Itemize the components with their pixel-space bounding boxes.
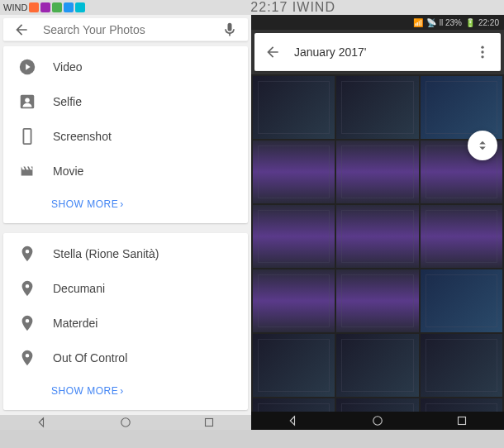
- place-label: Stella (Rione Sanità): [53, 247, 159, 260]
- svg-point-8: [481, 55, 483, 58]
- nav-bar-left: [0, 415, 251, 430]
- svg-rect-3: [23, 129, 31, 144]
- category-screenshot[interactable]: Screenshot: [3, 119, 248, 154]
- nav-bar-right: [251, 412, 504, 430]
- svg-point-6: [481, 45, 483, 48]
- photo-thumb[interactable]: [253, 269, 335, 332]
- carrier-label: WIND: [3, 2, 27, 12]
- category-movie[interactable]: Movie: [3, 154, 248, 188]
- mic-icon[interactable]: [221, 21, 238, 38]
- status-bar-right: 📶 📡 ll 23% 🔋 22:20: [251, 15, 504, 30]
- photo-thumb[interactable]: [253, 141, 335, 203]
- photo-thumb[interactable]: [253, 76, 335, 139]
- pin-icon: [18, 245, 36, 263]
- right-pane: 📶 📡 ll 23% 🔋 22:20: [251, 15, 504, 430]
- nav-recent-icon[interactable]: [202, 415, 216, 430]
- search-input[interactable]: [43, 23, 208, 36]
- photo-thumb[interactable]: [336, 398, 418, 412]
- photo-thumb[interactable]: [253, 334, 335, 397]
- person-icon: [18, 93, 36, 111]
- battery-icon: 🔋: [465, 18, 475, 27]
- show-more-categories[interactable]: SHOW MORE: [3, 188, 248, 220]
- search-bar[interactable]: [3, 18, 248, 41]
- back-icon[interactable]: [13, 21, 30, 38]
- category-label: Screenshot: [53, 130, 112, 143]
- places-card: Stella (Rione Sanità) Decumani Materdei …: [3, 233, 248, 410]
- category-selfie[interactable]: Selfie: [3, 84, 248, 119]
- nav-home-icon[interactable]: [370, 413, 385, 428]
- pin-icon: [18, 314, 36, 332]
- nav-home-icon[interactable]: [118, 415, 133, 430]
- back-icon[interactable]: [264, 44, 281, 60]
- photo-thumb[interactable]: [336, 141, 418, 203]
- photo-thumb[interactable]: [336, 205, 418, 268]
- notif-icon-4: [64, 2, 74, 12]
- photo-thumb[interactable]: [421, 398, 502, 412]
- photo-thumb[interactable]: [336, 269, 418, 332]
- svg-point-9: [373, 417, 383, 426]
- scroll-fab[interactable]: [468, 131, 497, 160]
- svg-rect-10: [459, 417, 466, 425]
- phone-icon: [18, 127, 36, 145]
- category-label: Selfie: [53, 95, 82, 108]
- photo-thumb[interactable]: [421, 334, 502, 397]
- nav-back-icon[interactable]: [35, 415, 50, 430]
- category-label: Video: [53, 60, 83, 74]
- category-label: Movie: [53, 164, 83, 178]
- nav-back-icon[interactable]: [286, 413, 301, 428]
- photo-thumb[interactable]: [336, 76, 418, 139]
- photo-thumb[interactable]: [421, 269, 502, 332]
- notif-icon-2: [40, 2, 50, 12]
- left-pane: Video Selfie Screenshot Movie SHOW MORE …: [0, 15, 251, 430]
- show-more-places[interactable]: SHOW MORE: [3, 375, 248, 407]
- nav-recent-icon[interactable]: [454, 413, 469, 428]
- search-input-right[interactable]: [294, 45, 461, 59]
- svg-point-2: [25, 98, 30, 102]
- status-bar-left: WIND 22:17 IWIND: [0, 0, 504, 15]
- time-right: 22:20: [478, 18, 499, 27]
- photo-thumb[interactable]: [253, 205, 335, 268]
- photo-thumb[interactable]: [421, 76, 502, 139]
- notif-icon-1: [29, 2, 39, 12]
- pin-icon: [18, 279, 36, 298]
- photo-thumb[interactable]: [336, 334, 418, 397]
- place-label: Materdei: [53, 317, 97, 330]
- battery-label: ll 23%: [440, 18, 462, 27]
- movie-icon: [18, 162, 36, 180]
- pin-icon: [18, 349, 36, 367]
- more-icon[interactable]: [474, 44, 491, 60]
- svg-rect-5: [206, 419, 213, 427]
- place-item-2[interactable]: Materdei: [3, 306, 248, 341]
- status-time: 22:17 IWIND: [85, 0, 501, 15]
- place-item-1[interactable]: Decumani: [3, 271, 248, 306]
- photo-thumb[interactable]: [253, 398, 335, 412]
- place-label: Out Of Control: [53, 351, 127, 365]
- photo-grid: [251, 74, 504, 412]
- place-label: Decumani: [53, 282, 105, 295]
- notif-icon-3: [52, 2, 62, 12]
- play-circle-icon: [18, 58, 36, 76]
- categories-card: Video Selfie Screenshot Movie SHOW MORE: [3, 46, 248, 223]
- notif-icon-5: [75, 2, 85, 12]
- signal-icon: 📶: [413, 18, 423, 27]
- place-item-0[interactable]: Stella (Rione Sanità): [3, 236, 248, 271]
- place-item-3[interactable]: Out Of Control: [3, 341, 248, 375]
- wifi-icon: 📡: [426, 18, 436, 27]
- svg-point-4: [121, 418, 131, 427]
- search-bar-right[interactable]: [254, 33, 501, 71]
- photo-thumb[interactable]: [421, 205, 502, 268]
- svg-point-7: [481, 50, 483, 53]
- category-video[interactable]: Video: [3, 50, 248, 84]
